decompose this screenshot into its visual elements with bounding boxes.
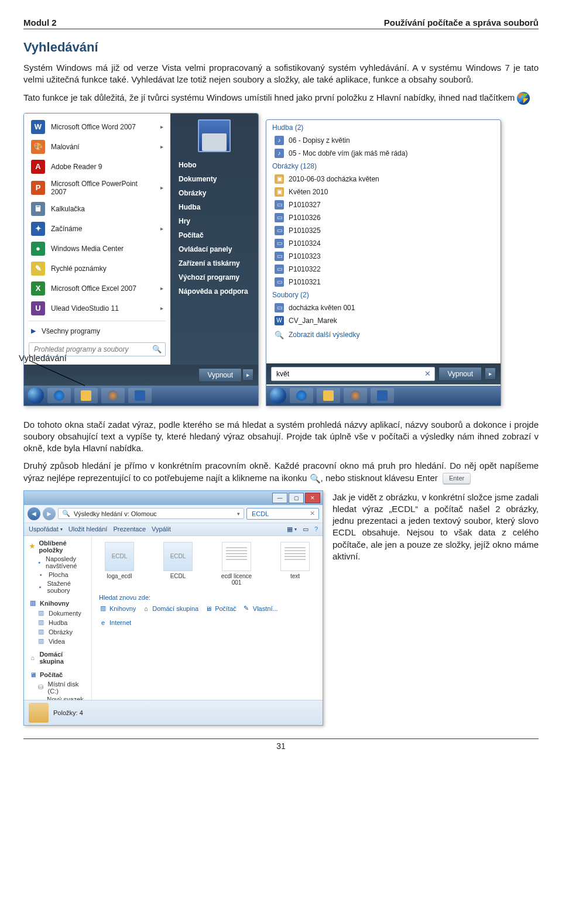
file-item[interactable]: ECDL ECDL (157, 542, 198, 586)
start-menu-right-item[interactable]: Ovládací panely (170, 242, 258, 256)
search-location-link[interactable]: ▥Knihovny (99, 604, 136, 613)
all-programs[interactable]: ▶ Všechny programy (24, 324, 170, 339)
clear-icon[interactable]: ✕ (424, 369, 431, 378)
start-menu-right-item[interactable]: Hobo (170, 158, 258, 172)
results-item[interactable]: ♪ 06 - Dopisy z květin (266, 134, 501, 147)
start-menu-right-item[interactable]: Počítač (170, 228, 258, 242)
results-item[interactable]: ▭ P1010326 (266, 211, 501, 224)
results-item[interactable]: ▭ P1010325 (266, 224, 501, 237)
results-item[interactable]: ▣ Květen 2010 (266, 186, 501, 198)
chevron-down-icon[interactable]: ▾ (237, 511, 240, 517)
taskbar-ie[interactable] (290, 388, 313, 403)
toolbar-burn[interactable]: Vypálit (152, 525, 171, 533)
results-item[interactable]: ▣ 2010-06-03 docházka květen (266, 173, 501, 186)
toolbar-save-search[interactable]: Uložit hledání (68, 525, 108, 533)
file-item[interactable]: ecdl licence 001 (216, 542, 257, 586)
results-item[interactable]: ▭ P1010322 (266, 263, 501, 276)
minimize-button[interactable]: ― (272, 493, 287, 503)
taskbar-wmp[interactable] (344, 388, 367, 403)
explorer-search-input[interactable] (251, 510, 307, 518)
start-menu-app-item[interactable]: 🎨 Malování ▸ (24, 137, 170, 157)
taskbar-word[interactable] (128, 388, 152, 403)
preview-pane-button[interactable]: ▭ (303, 525, 309, 533)
file-item[interactable]: text (275, 542, 316, 586)
taskbar-explorer[interactable] (317, 388, 340, 403)
taskbar-explorer[interactable] (74, 388, 98, 403)
file-icon: ▭ (275, 252, 284, 261)
search-location-link[interactable]: ✎Vlastní... (242, 604, 278, 613)
toolbar-slideshow[interactable]: Prezentace (113, 525, 146, 533)
start-menu-right-item[interactable]: Výchozí programy (170, 270, 258, 284)
nav-item[interactable]: ▥Hudba (25, 618, 90, 627)
start-menu-app-item[interactable]: ✦ Začínáme ▸ (24, 219, 170, 239)
toolbar-organize[interactable]: Uspořádat▾ (29, 525, 63, 533)
paragraph-1: Systém Windows má již od verze Vista vel… (23, 62, 539, 86)
taskbar-ie[interactable] (47, 388, 71, 403)
taskbar-word[interactable] (371, 388, 394, 403)
page-heading: Vyhledávání (23, 40, 539, 55)
nav-item[interactable]: ▥Obrázky (25, 627, 90, 637)
results-item[interactable]: ▭ P1010324 (266, 237, 501, 250)
nav-back-button[interactable]: ◄ (28, 507, 40, 520)
clear-icon[interactable]: ✕ (310, 510, 315, 517)
nav-forward-button[interactable]: ► (43, 507, 56, 520)
nav-item[interactable]: ▪Stažené soubory (25, 579, 90, 595)
start-orb-icon[interactable] (270, 387, 286, 404)
nav-item[interactable]: ▥Videa (25, 637, 90, 646)
nav-item[interactable]: ▪Naposledy navštívené (25, 555, 90, 570)
results-search-box[interactable]: ✕ (271, 367, 435, 381)
results-item[interactable]: ▭ docházka květen 001 (266, 301, 501, 314)
enter-key-icon: Enter (443, 473, 471, 484)
start-menu-right-item[interactable]: Zařízení a tiskárny (170, 256, 258, 270)
search-location-link[interactable]: ⌂Domácí skupina (142, 604, 198, 613)
nav-item[interactable]: ▪Plocha (25, 570, 90, 579)
start-menu-app-item[interactable]: A Adobe Reader 9 (24, 157, 170, 177)
show-more-results[interactable]: 🔍 Zobrazit další výsledky (266, 327, 501, 343)
results-item[interactable]: W CV_Jan_Marek (266, 314, 501, 327)
nav-item[interactable]: ⛁Nový svazek (D:) (25, 695, 90, 700)
start-menu-app-item[interactable]: X Microsoft Office Excel 2007 ▸ (24, 279, 170, 298)
nav-item[interactable]: ⛁Místní disk (C:) (25, 680, 90, 695)
homegroup-icon: ⌂ (29, 654, 36, 662)
start-menu-app-item[interactable]: 🖩 Kalkulačka (24, 199, 170, 219)
shutdown-button[interactable]: Vypnout (198, 368, 242, 382)
start-menu-app-item[interactable]: ● Windows Media Center (24, 239, 170, 259)
shutdown-button[interactable]: Vypnout (438, 367, 482, 381)
start-menu-right-item[interactable]: Hudba (170, 200, 258, 214)
start-menu-app-item[interactable]: U Ulead VideoStudio 11 ▸ (24, 298, 170, 318)
start-menu-app-item[interactable]: P Microsoft Office PowerPoint 2007 ▸ (24, 177, 170, 199)
app-label: Malování (51, 143, 80, 151)
close-button[interactable]: ✕ (305, 493, 320, 503)
taskbar-wmp[interactable] (101, 388, 125, 403)
start-menu-app-item[interactable]: ✎ Rychlé poznámky (24, 259, 170, 279)
file-item[interactable]: ECDL loga_ecdl (99, 542, 140, 586)
address-bar[interactable]: 🔍 Výsledky hledání v: Olomouc ▾ (58, 508, 244, 519)
start-menu-right-item[interactable]: Hry (170, 214, 258, 228)
start-orb-icon[interactable] (28, 387, 44, 404)
start-menu-right-item[interactable]: Nápověda a podpora (170, 284, 258, 298)
file-thumbnail: ECDL (105, 542, 134, 571)
start-menu-app-item[interactable]: W Microsoft Office Word 2007 ▸ (24, 117, 170, 137)
results-search-input[interactable] (275, 369, 422, 379)
help-button[interactable]: ? (314, 525, 318, 533)
results-item[interactable]: ▭ P1010323 (266, 250, 501, 263)
start-menu-right-item[interactable]: Obrázky (170, 186, 258, 200)
shutdown-options-button[interactable]: ▸ (243, 369, 253, 381)
results-item[interactable]: ▭ P1010327 (266, 198, 501, 211)
search-location-link[interactable]: 🖥Počítač (204, 604, 237, 613)
maximize-button[interactable]: ▢ (289, 493, 304, 503)
shutdown-options-button[interactable]: ▸ (485, 367, 496, 380)
view-options-button[interactable]: ▦▾ (287, 525, 297, 533)
results-item[interactable]: ▭ P1010321 (266, 276, 501, 288)
nav-item[interactable]: ▥Dokumenty (25, 609, 90, 618)
search-result-icon: 🔍 (62, 510, 70, 517)
explorer-search-box[interactable]: ✕ (246, 508, 319, 520)
windows-orb-icon (517, 92, 530, 105)
app-icon: ✦ (31, 222, 45, 236)
results-group-header: Soubory (2) (266, 288, 501, 301)
results-item[interactable]: ♪ 05 - Moc dobře vím (jak máš mě ráda) (266, 147, 501, 160)
search-location-link[interactable]: eInternet (99, 619, 131, 627)
user-avatar[interactable] (198, 119, 231, 152)
start-menu-right-item[interactable]: Dokumenty (170, 172, 258, 186)
app-label: Rychlé poznámky (51, 265, 107, 273)
